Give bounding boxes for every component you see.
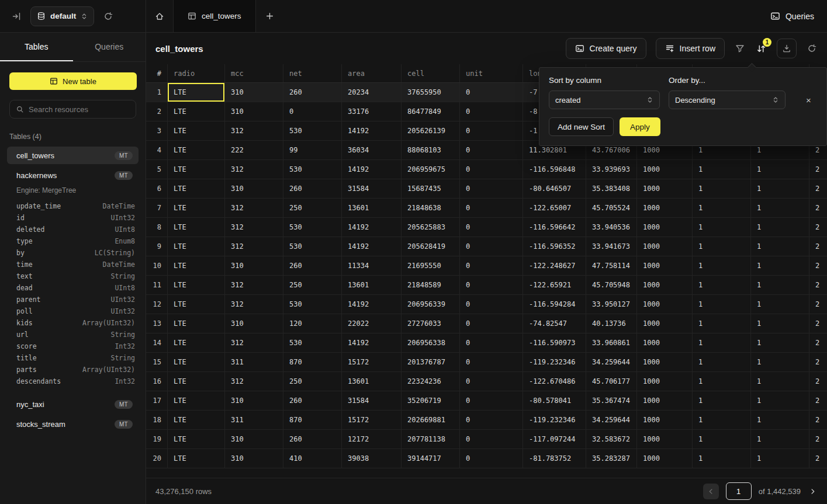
row-number-cell[interactable]: 14 [146,333,168,352]
new-tab-button[interactable] [256,0,284,32]
table-cell[interactable]: 35206719 [402,391,460,410]
table-cell[interactable]: 2 [809,430,827,449]
table-cell[interactable]: 530 [283,218,342,237]
table-cell[interactable]: 1 [693,449,751,468]
table-cell[interactable]: -116.596352 [523,237,586,256]
table-cell[interactable]: LTE [168,160,225,179]
table-cell[interactable]: -74.82547 [523,314,586,333]
table-cell[interactable]: 27276033 [402,314,460,333]
table-cell[interactable]: 250 [283,372,342,391]
table-cell[interactable]: 310 [225,256,283,275]
table-cell[interactable]: 1 [751,430,809,449]
table-cell[interactable]: -122.65921 [523,276,586,294]
table-cell[interactable]: 13601 [342,199,402,217]
create-query-button[interactable]: Create query [566,38,646,59]
table-cell[interactable]: 1 [751,160,809,179]
table-cell[interactable]: 0 [460,141,523,159]
table-cell[interactable]: LTE [168,102,225,121]
table-cell[interactable]: 33.941673 [586,237,637,256]
table-cell[interactable]: 312 [225,160,283,179]
table-cell[interactable]: 311 [225,411,283,429]
table-cell[interactable]: 206956338 [402,333,460,352]
table-cell[interactable]: LTE [168,276,225,294]
table-cell[interactable]: -116.596848 [523,160,586,179]
table-cell[interactable]: 1 [693,430,751,449]
row-number-cell[interactable]: 4 [146,141,168,159]
table-cell[interactable]: 21695550 [402,256,460,275]
table-cell[interactable]: 11334 [342,256,402,275]
remove-sort-button[interactable]: × [802,91,815,109]
sidebar-item-nyc_taxi[interactable]: nyc_taxiMT [7,395,139,413]
table-cell[interactable]: 0 [460,333,523,352]
order-select[interactable]: Descending [669,91,786,109]
table-cell[interactable]: -116.596642 [523,218,586,237]
table-cell[interactable]: 1000 [637,372,693,391]
table-cell[interactable]: 1000 [637,179,693,198]
database-selector[interactable]: default [30,6,94,26]
table-cell[interactable]: 1 [693,314,751,333]
table-cell[interactable]: 1 [751,449,809,468]
column-header-cell[interactable]: cell [402,64,460,82]
table-cell[interactable]: 14192 [342,218,402,237]
table-cell[interactable]: 2 [809,218,827,237]
table-cell[interactable]: LTE [168,449,225,468]
row-number-cell[interactable]: 1 [146,83,168,102]
row-number-cell[interactable]: 15 [146,353,168,371]
table-cell[interactable]: 1000 [637,333,693,352]
table-cell[interactable]: 312 [225,295,283,314]
queries-button[interactable]: Queries [770,11,814,21]
table-cell[interactable]: 260 [283,256,342,275]
table-cell[interactable]: -116.594284 [523,295,586,314]
column-header-mcc[interactable]: mcc [225,64,283,82]
table-cell[interactable]: -122.670486 [523,372,586,391]
table-cell[interactable]: 14192 [342,121,402,140]
table-cell[interactable]: 0 [460,295,523,314]
table-cell[interactable]: 33.940536 [586,218,637,237]
table-cell[interactable]: 0 [460,411,523,429]
table-cell[interactable]: 410 [283,449,342,468]
table-cell[interactable]: 870 [283,353,342,371]
table-cell[interactable]: 312 [225,199,283,217]
refresh-table-button[interactable] [806,43,818,54]
table-cell[interactable]: 530 [283,160,342,179]
table-cell[interactable]: 310 [225,391,283,410]
table-cell[interactable]: 21848638 [402,199,460,217]
table-cell[interactable]: 1 [751,314,809,333]
table-cell[interactable]: 31584 [342,391,402,410]
table-cell[interactable]: 20234 [342,83,402,102]
table-cell[interactable]: 0 [460,121,523,140]
table-cell[interactable]: 206956339 [402,295,460,314]
table-cell[interactable]: 1 [751,333,809,352]
table-cell[interactable]: 250 [283,276,342,294]
table-cell[interactable]: 15687435 [402,179,460,198]
tab-cell-towers[interactable]: cell_towers [173,0,256,32]
insert-row-button[interactable]: Insert row [656,38,725,59]
table-cell[interactable]: 2 [809,179,827,198]
table-cell[interactable]: 1 [751,218,809,237]
table-cell[interactable]: 39038 [342,449,402,468]
table-cell[interactable]: 13601 [342,372,402,391]
table-cell[interactable]: 1000 [637,256,693,275]
table-cell[interactable]: 1000 [637,314,693,333]
table-cell[interactable]: 1 [751,237,809,256]
table-cell[interactable]: 205626139 [402,121,460,140]
search-input[interactable] [29,105,130,114]
column-header-area[interactable]: area [342,64,402,82]
table-cell[interactable]: 12172 [342,430,402,449]
filter-button[interactable] [734,43,746,54]
table-cell[interactable]: 33.950127 [586,295,637,314]
table-cell[interactable]: -119.232346 [523,353,586,371]
table-cell[interactable]: 2 [809,353,827,371]
table-cell[interactable]: 310 [225,449,283,468]
table-cell[interactable]: 45.705948 [586,276,637,294]
row-number-cell[interactable]: 5 [146,160,168,179]
table-cell[interactable]: 260 [283,430,342,449]
table-cell[interactable]: 312 [225,121,283,140]
table-cell[interactable]: 0 [460,276,523,294]
table-cell[interactable]: 2 [809,391,827,410]
table-cell[interactable]: LTE [168,121,225,140]
table-cell[interactable]: 33.960861 [586,333,637,352]
table-cell[interactable]: 0 [460,314,523,333]
table-cell[interactable]: -122.248627 [523,256,586,275]
table-cell[interactable]: 1000 [637,430,693,449]
